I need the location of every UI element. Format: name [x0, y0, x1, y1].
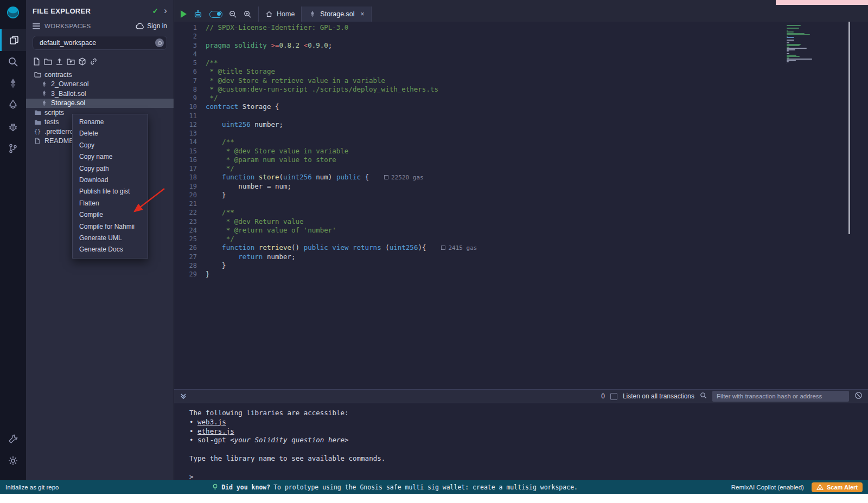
- file-label: contracts: [44, 71, 72, 79]
- context-menu-item-copy-path[interactable]: Copy path: [73, 163, 148, 175]
- file-label: Storage.sol: [51, 99, 85, 107]
- solidity-icon: [40, 100, 48, 107]
- file-tree-item-contracts[interactable]: contracts: [26, 70, 174, 80]
- gas-estimate-badge: 2415 gas: [441, 244, 477, 252]
- transaction-count: 0: [601, 392, 605, 400]
- editor-tabs: HomeStorage.sol×: [258, 7, 372, 22]
- terminal-line: • web3.js: [189, 418, 868, 427]
- code-line: */: [206, 164, 868, 173]
- run-script-icon[interactable]: [181, 10, 187, 18]
- lightbulb-icon: [212, 483, 218, 491]
- upload-folder-icon[interactable]: [67, 57, 75, 66]
- ai-copilot-icon[interactable]: [193, 9, 203, 19]
- context-menu-item-publish-file-to-gist[interactable]: Publish file to gist: [73, 186, 148, 197]
- code-line: * @dev Store value in variable: [206, 147, 868, 156]
- terminal-link-ethers-js[interactable]: ethers.js: [197, 427, 234, 435]
- context-menu-item-copy-name[interactable]: Copy name: [73, 151, 148, 163]
- chevron-right-icon[interactable]: ›: [164, 8, 167, 14]
- code-line: [206, 129, 868, 138]
- debugger-icon[interactable]: [0, 116, 26, 138]
- scam-alert-button[interactable]: Scam Alert: [812, 482, 863, 492]
- close-tab-icon[interactable]: ×: [361, 10, 365, 18]
- editor-scrollbar[interactable]: [848, 22, 850, 234]
- search-icon[interactable]: [0, 51, 26, 73]
- transaction-filter-input[interactable]: [712, 391, 849, 402]
- code-line: }: [206, 191, 868, 199]
- context-menu-item-download[interactable]: Download: [73, 175, 148, 186]
- terminal-search-icon[interactable]: [700, 391, 707, 401]
- clear-console-icon[interactable]: [854, 391, 863, 402]
- code-line: // SPDX-License-Identifier: GPL-3.0: [206, 23, 868, 32]
- deploy-run-icon[interactable]: [0, 94, 26, 116]
- editor-topbar: HomeStorage.sol×: [174, 0, 868, 22]
- tab-home[interactable]: Home: [258, 7, 302, 22]
- remix-logo[interactable]: [6, 5, 20, 22]
- gas-estimate-badge: 22520 gas: [384, 174, 424, 181]
- code-line: */: [206, 94, 868, 102]
- code-line: pragma solidity >=0.8.2 <0.9.0;: [206, 41, 868, 50]
- zoom-out-icon[interactable]: [229, 10, 237, 18]
- terminal-link-web3-js[interactable]: web3.js: [197, 418, 226, 426]
- tip-text: Did you know? To prototype using the Gno…: [59, 483, 731, 491]
- settings-icon[interactable]: [0, 450, 26, 472]
- sign-in-button[interactable]: Sign in: [136, 22, 167, 30]
- minimap[interactable]: [787, 25, 846, 64]
- terminal-output[interactable]: The following libraries are accessible:•…: [174, 403, 868, 480]
- link-icon[interactable]: [90, 57, 98, 66]
- expand-terminal-icon[interactable]: [180, 392, 187, 400]
- workspaces-label: WORKSPACES: [44, 23, 136, 29]
- browser-notification-strip: [776, 0, 868, 5]
- solidity-compiler-icon[interactable]: [0, 73, 26, 94]
- copilot-status[interactable]: RemixAI Copilot (enabled): [731, 484, 804, 491]
- new-folder-icon[interactable]: [44, 57, 52, 66]
- file-tree-item-2-owner-sol[interactable]: 2_Owner.sol: [26, 80, 174, 89]
- file-label: 2_Owner.sol: [51, 80, 88, 88]
- workspaces-menu-icon[interactable]: [33, 22, 40, 30]
- context-menu-item-delete[interactable]: Delete: [73, 128, 148, 139]
- code-line: function retrieve() public view returns …: [206, 243, 868, 252]
- solidity-icon: [40, 90, 48, 97]
- code-line: /**: [206, 208, 868, 217]
- code-line: [206, 32, 868, 41]
- code-line: return number;: [206, 253, 868, 261]
- new-file-icon[interactable]: [33, 57, 41, 66]
- tab-storage-sol[interactable]: Storage.sol×: [302, 7, 371, 22]
- code-editor[interactable]: 1234567891011121314151617181920212223242…: [174, 22, 868, 389]
- gas-icon: [384, 175, 388, 179]
- context-menu-item-flatten[interactable]: Flatten: [73, 198, 148, 209]
- code-line: * @return value of 'number': [206, 226, 868, 235]
- code-line: uint256 number;: [206, 120, 868, 129]
- file-tree-item-3-ballot-sol[interactable]: 3_Ballot.sol: [26, 89, 174, 99]
- git-icon[interactable]: [0, 138, 26, 159]
- publish-gist-icon[interactable]: [78, 57, 86, 66]
- context-menu-item-compile[interactable]: Compile: [73, 209, 148, 221]
- context-menu-item-generate-uml[interactable]: Generate UML: [73, 233, 148, 244]
- context-menu-item-generate-docs[interactable]: Generate Docs: [73, 244, 148, 255]
- terminal-header: 0 Listen on all transactions: [174, 389, 868, 403]
- copilot-toggle[interactable]: [209, 11, 222, 18]
- code-line: /**: [206, 138, 868, 146]
- upload-file-icon[interactable]: [55, 57, 63, 66]
- remix-ide-window: FILE EXPLORER ✓ › WORKSPACES Sign in def…: [0, 0, 868, 503]
- terminal-line: [189, 445, 868, 454]
- plugin-manager-icon[interactable]: [0, 428, 26, 450]
- context-menu-item-copy[interactable]: Copy: [73, 140, 148, 151]
- file-explorer-toolbar: [26, 54, 174, 70]
- file-context-menu: RenameDeleteCopyCopy nameCopy pathDownlo…: [72, 114, 148, 259]
- git-init-button[interactable]: Initialize as git repo: [5, 484, 59, 491]
- zoom-in-icon[interactable]: [244, 10, 252, 18]
- workspace-options-icon[interactable]: [155, 38, 164, 47]
- context-menu-item-compile-for-nahmii[interactable]: Compile for Nahmii: [73, 221, 148, 233]
- file-explorer-icon[interactable]: [0, 29, 26, 51]
- workspace-selector[interactable]: default_workspace: [33, 36, 167, 50]
- context-menu-item-rename[interactable]: Rename: [73, 117, 148, 128]
- listen-transactions-checkbox[interactable]: [610, 393, 617, 400]
- file-tree-item-storage-sol[interactable]: Storage.sol: [26, 99, 174, 108]
- status-bar: Initialize as git repo Did you know? To …: [0, 480, 868, 494]
- braces-icon: {}: [34, 128, 41, 134]
- file-label: .prettierrc: [44, 128, 73, 136]
- line-numbers: 1234567891011121314151617181920212223242…: [174, 22, 206, 389]
- code-line: */: [206, 235, 868, 243]
- code-line: }: [206, 270, 868, 279]
- main-area: HomeStorage.sol× 12345678910111213141516…: [174, 0, 868, 480]
